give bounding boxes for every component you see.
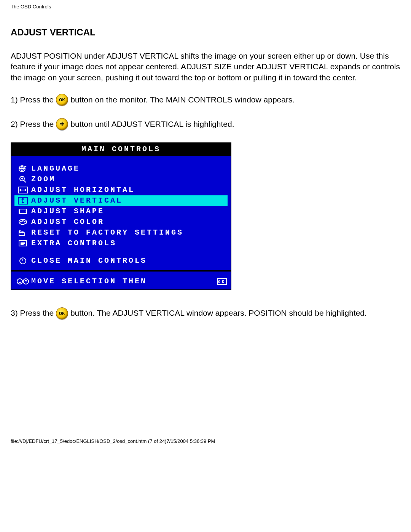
power-icon: [14, 257, 31, 265]
osd-item-language: LANGUAGE: [14, 163, 228, 174]
osd-item-adjust-horizontal: ADJUST HORIZONTAL: [14, 185, 228, 195]
section-title: ADJUST VERTICAL: [11, 27, 400, 38]
osd-item-zoom: ZOOM: [14, 174, 228, 185]
osd-footer-label: MOVE SELECTION THEN: [31, 277, 216, 286]
osd-item-adjust-color: ADJUST COLOR: [14, 217, 228, 227]
step-3: 3) Press the OK button. The ADJUST VERTI…: [11, 307, 400, 320]
osd-body: LANGUAGE ZOOM ADJUST HORIZONTAL ADJUST V…: [11, 156, 231, 272]
ok-box-icon: OK: [216, 278, 228, 285]
step-3-text-b: button. The ADJUST VERTICAL window appea…: [70, 308, 367, 317]
osd-spacer: [14, 249, 228, 256]
step-2-text-a: 2) Press the: [11, 120, 54, 129]
osd-item-label: ADJUST HORIZONTAL: [31, 185, 135, 194]
list-icon: [14, 240, 31, 247]
step-3-text-a: 3) Press the: [11, 308, 56, 317]
svg-point-10: [23, 279, 29, 284]
ok-button-icon: OK: [56, 307, 68, 320]
globe-icon: [14, 165, 31, 173]
ok-button-icon: OK: [56, 94, 68, 106]
step-1-text-b: button on the monitor. The MAIN CONTROLS…: [70, 95, 295, 104]
factory-icon: [14, 229, 31, 236]
osd-item-reset-factory: RESET TO FACTORY SETTINGS: [14, 227, 228, 238]
osd-item-extra-controls: EXTRA CONTROLS: [14, 238, 228, 249]
plus-button-icon: +: [56, 118, 68, 130]
osd-item-label: ADJUST SHAPE: [31, 207, 104, 216]
v-arrows-box-icon: [14, 197, 31, 204]
osd-item-adjust-shape: ADJUST SHAPE: [14, 206, 228, 217]
svg-point-4: [21, 221, 21, 222]
h-arrows-icon: [14, 187, 31, 193]
osd-item-label: ADJUST COLOR: [31, 217, 104, 226]
doc-title: The OSD Controls: [0, 0, 411, 10]
svg-point-6: [24, 221, 25, 222]
zoom-icon: [14, 175, 31, 184]
osd-item-label: ADJUST VERTICAL: [31, 196, 123, 205]
step-2-text-b: button until ADJUST VERTICAL is highligh…: [70, 120, 234, 129]
osd-close-label: CLOSE MAIN CONTROLS: [31, 256, 147, 265]
svg-point-5: [22, 220, 23, 221]
osd-item-label: LANGUAGE: [31, 164, 80, 173]
step-1: 1) Press the OK button on the monitor. T…: [11, 94, 400, 106]
osd-item-label: EXTRA CONTROLS: [31, 239, 116, 248]
step-2: 2) Press the + button until ADJUST VERTI…: [11, 118, 400, 130]
up-down-buttons-icon: [14, 278, 31, 285]
whitespace: [11, 324, 400, 438]
step-1-text-a: 1) Press the: [11, 95, 54, 104]
page-footer-path: file:///D|/EDFU/crt_17_5/edoc/ENGLISH/OS…: [0, 438, 411, 449]
osd-window: MAIN CONTROLS LANGUAGE ZOOM ADJUST HORIZ…: [11, 142, 231, 290]
osd-footer: MOVE SELECTION THEN OK: [11, 272, 231, 289]
shape-icon: [14, 208, 31, 215]
page-content: ADJUST VERTICAL ADJUST POSITION under AD…: [0, 10, 411, 438]
osd-item-close: CLOSE MAIN CONTROLS: [14, 256, 228, 266]
osd-title: MAIN CONTROLS: [11, 143, 231, 156]
osd-item-adjust-vertical: ADJUST VERTICAL: [14, 195, 228, 206]
osd-item-label: ZOOM: [31, 175, 56, 184]
svg-text:OK: OK: [218, 280, 226, 284]
osd-item-label: RESET TO FACTORY SETTINGS: [31, 228, 183, 237]
palette-icon: [14, 219, 31, 225]
section-intro: ADJUST POSITION under ADJUST VERTICAL sh…: [11, 51, 400, 83]
